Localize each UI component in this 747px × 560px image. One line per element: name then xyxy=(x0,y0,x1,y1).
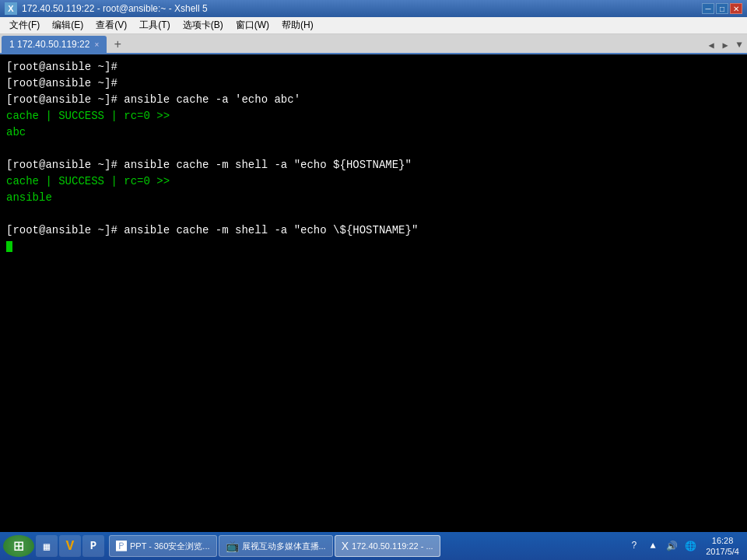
taskbar: ⊞ ▦ V P 🅿PPT - 360安全浏览...📺展视互动多媒体直播...X1… xyxy=(0,532,747,560)
minimize-button[interactable]: ─ xyxy=(702,3,714,14)
terminal-line: ansible xyxy=(6,190,741,206)
tab-label: 1 172.40.50.119:22 xyxy=(9,39,89,50)
menu-item-w[interactable]: 窗口(W) xyxy=(230,17,275,33)
taskbar-icon-grid[interactable]: ▦ xyxy=(36,535,58,557)
tray-network-icon[interactable]: 🌐 xyxy=(682,535,698,557)
terminal-tab[interactable]: 1 172.40.50.119:22 × xyxy=(2,36,107,53)
menu-item-e[interactable]: 编辑(E) xyxy=(46,17,89,33)
menu-item-v[interactable]: 查看(V) xyxy=(89,17,133,33)
clock-date: 2017/5/4 xyxy=(706,546,739,557)
tab-nav-dropdown[interactable]: ▼ xyxy=(733,37,745,53)
menu-item-f[interactable]: 文件(F) xyxy=(3,17,46,33)
terminal-line: [root@ansible ~]# ansible cache -m shell… xyxy=(6,157,741,173)
taskbar-group-icon: X xyxy=(342,540,349,552)
tab-nav-left[interactable]: ◀ xyxy=(705,37,717,53)
tray-volume-icon[interactable]: 🔊 xyxy=(664,535,679,557)
maximize-button[interactable]: □ xyxy=(716,3,728,14)
terminal-line: [root@ansible ~]# xyxy=(6,75,741,92)
menu-item-t[interactable]: 工具(T) xyxy=(133,17,176,33)
menu-item-b[interactable]: 选项卡(B) xyxy=(177,17,230,33)
terminal-line: [root@ansible ~]# xyxy=(6,59,741,75)
tray-up-icon[interactable]: ▲ xyxy=(645,535,661,557)
start-button[interactable]: ⊞ xyxy=(3,535,34,557)
terminal-line xyxy=(6,206,741,222)
title-controls: ─ □ ✕ xyxy=(702,3,742,14)
terminal-line: [root@ansible ~]# ansible cache -a 'echo… xyxy=(6,92,741,108)
taskbar-icon-p[interactable]: P xyxy=(82,535,104,557)
tab-nav-right[interactable]: ▶ xyxy=(719,37,731,53)
taskbar-icon-v[interactable]: V xyxy=(59,535,81,557)
taskbar-group-icon: 📺 xyxy=(226,540,239,552)
title-bar: X 172.40.50.119:22 - root@ansible:~ - Xs… xyxy=(0,0,747,17)
tab-navigation: ◀ ▶ ▼ xyxy=(705,37,745,53)
terminal-line: cache | SUCCESS | rc=0 >> xyxy=(6,173,741,190)
taskbar-group-label: 展视互动多媒体直播... xyxy=(242,541,326,552)
taskbar-group-label: 172.40.50.119:22 - ... xyxy=(352,541,433,551)
terminal-line: [root@ansible ~]# ansible cache -m shell… xyxy=(6,222,741,239)
taskbar-group-label: PPT - 360安全浏览... xyxy=(130,541,210,552)
tray-question-icon[interactable]: ? xyxy=(626,535,642,557)
menu-bar: 文件(F)编辑(E)查看(V)工具(T)选项卡(B)窗口(W)帮助(H) xyxy=(0,17,747,34)
clock-time: 16:28 xyxy=(706,535,739,546)
system-tray: ? ▲ 🔊 🌐 16:28 2017/5/4 xyxy=(626,535,744,558)
menu-item-h[interactable]: 帮助(H) xyxy=(275,17,320,33)
taskbar-group-2[interactable]: X172.40.50.119:22 - ... xyxy=(335,535,440,557)
terminal-line xyxy=(6,141,741,157)
system-clock: 16:28 2017/5/4 xyxy=(701,535,744,558)
terminal-line: abc xyxy=(6,124,741,141)
terminal-area[interactable]: [root@ansible ~]#[root@ansible ~]#[root@… xyxy=(0,54,747,532)
taskbar-group-0[interactable]: 🅿PPT - 360安全浏览... xyxy=(109,535,217,557)
terminal-line: cache | SUCCESS | rc=0 >> xyxy=(6,108,741,124)
tab-bar: 1 172.40.50.119:22 × + ◀ ▶ ▼ xyxy=(0,34,747,54)
title-text: 172.40.50.119:22 - root@ansible:~ - Xshe… xyxy=(22,3,208,14)
taskbar-group-icon: 🅿 xyxy=(116,540,127,552)
cursor-block xyxy=(6,241,12,252)
tab-close-icon[interactable]: × xyxy=(94,40,99,49)
new-tab-button[interactable]: + xyxy=(110,37,125,53)
taskbar-group-1[interactable]: 📺展视互动多媒体直播... xyxy=(219,535,333,557)
terminal-line xyxy=(6,239,741,255)
close-button[interactable]: ✕ xyxy=(730,3,742,14)
app-icon: X xyxy=(5,2,17,15)
